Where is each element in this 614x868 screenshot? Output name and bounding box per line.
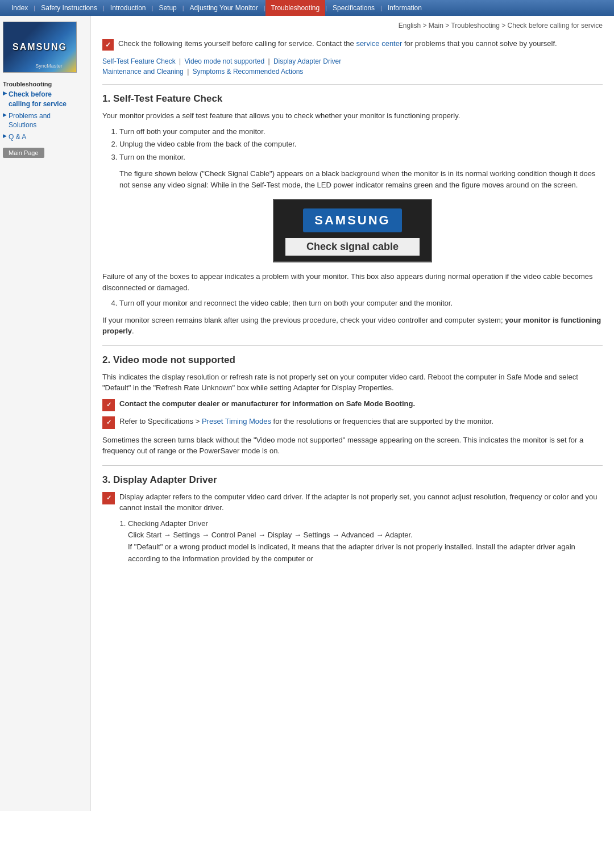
section2-intro: This indicates the display resolution or… — [102, 372, 603, 394]
links-row-1: Self-Test Feature Check | Video mode not… — [102, 57, 603, 65]
section2-note2-text: Refer to Specifications > Preset Timing … — [119, 416, 493, 427]
section2-note1-icon: ✓ — [102, 399, 115, 411]
section3-step1-detail: Click Start → Settings → Control Panel →… — [128, 531, 413, 539]
section3-intro-box: ✓ Display adapter refers to the computer… — [102, 491, 603, 514]
link-symptoms[interactable]: Symptoms & Recommended Actions — [193, 68, 304, 76]
section3-heading: 3. Display Adapter Driver — [102, 474, 603, 486]
logo-text: SAMSUNG — [13, 42, 67, 52]
section2-note2-icon: ✓ — [102, 416, 115, 429]
divider-1 — [102, 345, 603, 346]
intro-text: Check the following items yourself befor… — [118, 38, 557, 49]
section2-heading: 2. Video mode not supported — [102, 354, 603, 366]
section1-failure-text: Failure of any of the boxes to appear in… — [102, 271, 603, 293]
divider-2 — [102, 465, 603, 466]
content-area: English > Main > Troubleshooting > Check… — [91, 16, 614, 811]
link-self-test[interactable]: Self-Test Feature Check — [102, 57, 176, 65]
section2-sometimes-text: Sometimes the screen turns black without… — [102, 435, 603, 457]
intro-info-box: ✓ Check the following items yourself bef… — [102, 38, 603, 51]
section1-intro: Your monitor provides a self test featur… — [102, 110, 603, 122]
link-display-adapter[interactable]: Display Adapter Driver — [273, 57, 341, 65]
section3-note-symbol: ✓ — [106, 494, 111, 502]
section1-step4-list: Turn off your monitor and reconnect the … — [119, 298, 603, 309]
nav-adjusting[interactable]: Adjusting Your Monitor — [184, 0, 264, 16]
note1-symbol: ✓ — [106, 401, 111, 408]
nav-safety[interactable]: Safety Instructions — [35, 0, 103, 16]
nav-troubleshooting[interactable]: Troubleshooting — [265, 0, 326, 16]
preset-timing-link[interactable]: Preset Timing Modes — [202, 417, 271, 425]
section3-steps-list: Checking Adapter Driver Click Start → Se… — [128, 518, 603, 565]
section3-step1: Checking Adapter Driver Click Start → Se… — [128, 518, 603, 565]
info-icon: ✓ — [102, 39, 114, 51]
nav-info[interactable]: Information — [382, 0, 428, 16]
link-maintenance[interactable]: Maintenance and Cleaning — [102, 68, 184, 76]
sidebar-link-check-before[interactable]: Check beforecalling for service — [3, 89, 88, 110]
nav-setup[interactable]: Setup — [153, 0, 182, 16]
section3-step1-label: Checking Adapter Driver — [128, 519, 208, 528]
section2-note1: ✓ Contact the computer dealer or manufac… — [102, 398, 603, 411]
sidebar-logo: SAMSUNG SyncMaster — [3, 22, 77, 73]
main-layout: SAMSUNG SyncMaster Troubleshooting Check… — [0, 16, 614, 811]
step-1-3: Turn on the monitor. — [119, 152, 603, 163]
links-row-2: Maintenance and Cleaning | Symptoms & Re… — [102, 68, 603, 76]
link-video-mode[interactable]: Video mode not supported — [185, 57, 265, 65]
section1-figure-desc: The figure shown below ("Check Signal Ca… — [119, 168, 603, 190]
service-center-link[interactable]: service center — [356, 39, 402, 48]
sidebar-link-qa[interactable]: Q & A — [3, 131, 88, 143]
section1-final-note: If your monitor screen remains blank aft… — [102, 315, 603, 337]
section3-step1-note: If "Default" or a wrong product model is… — [128, 542, 575, 563]
section3-note-icon: ✓ — [102, 492, 115, 504]
step-1-2: Unplug the video cable from the back of … — [119, 139, 603, 150]
nav-intro[interactable]: Introduction — [105, 0, 152, 16]
sidebar: SAMSUNG SyncMaster Troubleshooting Check… — [0, 16, 91, 811]
sidebar-section-label: Troubleshooting — [3, 78, 88, 89]
note2-symbol: ✓ — [106, 419, 111, 426]
section2-note2: ✓ Refer to Specifications > Preset Timin… — [102, 416, 603, 429]
section1-heading: 1. Self-Test Feature Check — [102, 93, 603, 105]
signal-samsung-logo: SAMSUNG — [303, 208, 401, 232]
nav-bar: Index | Safety Instructions | Introducti… — [0, 0, 614, 16]
section2-note1-text: Contact the computer dealer or manufactu… — [119, 398, 415, 410]
sidebar-link-problems[interactable]: Problems andSolutions — [3, 110, 88, 132]
signal-check-box: SAMSUNG Check signal cable — [273, 199, 432, 262]
sidebar-main-page[interactable]: Main Page — [3, 148, 44, 158]
step-1-4: Turn off your monitor and reconnect the … — [119, 298, 603, 309]
nav-specs[interactable]: Specifications — [327, 0, 380, 16]
info-icon-symbol: ✓ — [105, 41, 111, 49]
step-1-1: Turn off both your computer and the moni… — [119, 126, 603, 137]
logo-sub: SyncMaster — [13, 63, 77, 69]
section1-final-bold: your monitor is functioning properly — [102, 316, 601, 336]
nav-index[interactable]: Index — [6, 0, 34, 16]
section3-step1-block: Checking Adapter Driver Click Start → Se… — [119, 518, 603, 565]
breadcrumb: English > Main > Troubleshooting > Check… — [102, 22, 603, 32]
section1-steps: Turn off both your computer and the moni… — [119, 126, 603, 163]
divider-0 — [102, 84, 603, 85]
signal-check-text: Check signal cable — [285, 238, 420, 256]
section3-intro-text: Display adapter refers to the computer v… — [119, 491, 603, 514]
